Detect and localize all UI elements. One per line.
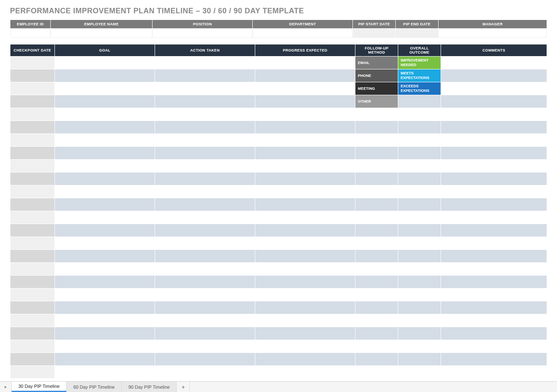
table-cell[interactable] [55,95,155,108]
table-cell[interactable] [398,198,441,211]
table-cell[interactable] [10,95,54,108]
table-cell[interactable] [10,288,54,301]
table-cell[interactable] [155,173,255,185]
table-cell[interactable] [441,327,547,340]
table-cell[interactable] [155,237,255,249]
table-cell[interactable] [255,121,355,133]
table-cell[interactable] [355,353,398,365]
table-cell[interactable] [10,211,54,224]
table-cell[interactable] [10,250,54,262]
table-cell[interactable] [255,263,355,275]
table-cell[interactable] [398,211,441,224]
table-cell[interactable] [10,263,54,275]
add-sheet-button[interactable]: + [177,382,190,392]
table-cell[interactable] [10,147,54,159]
cell-position[interactable] [153,29,252,38]
table-cell[interactable] [355,211,398,224]
followup-option-email[interactable]: EMAIL [355,57,398,69]
table-cell[interactable] [55,173,155,185]
table-cell[interactable] [441,134,547,146]
table-cell[interactable] [55,301,155,314]
table-cell[interactable] [55,237,155,249]
table-cell[interactable] [441,353,547,365]
outcome-option-meets[interactable]: MEETS EXPECTATIONS [398,69,441,82]
table-cell[interactable] [55,276,155,288]
table-cell[interactable] [255,198,355,211]
table-cell[interactable] [355,250,398,262]
table-cell[interactable] [441,69,547,82]
table-cell[interactable] [398,288,441,301]
table-cell[interactable] [355,173,398,185]
tab-nav-prev[interactable]: ▸ [0,382,12,392]
table-cell[interactable] [355,198,398,211]
table-cell[interactable] [255,69,355,82]
tab-30-day[interactable]: 30 Day PIP Timeline [12,382,67,392]
table-cell[interactable] [10,276,54,288]
table-cell[interactable] [255,327,355,340]
table-cell[interactable] [155,160,255,172]
table-cell[interactable] [255,276,355,288]
table-cell[interactable] [398,160,441,172]
table-cell[interactable] [55,160,155,172]
table-cell[interactable] [441,366,547,378]
table-cell[interactable] [355,288,398,301]
table-cell[interactable] [55,57,155,69]
table-cell[interactable] [10,134,54,146]
table-cell[interactable] [155,366,255,378]
table-cell[interactable] [255,366,355,378]
table-cell[interactable] [255,82,355,95]
table-cell[interactable] [355,340,398,353]
table-cell[interactable] [398,173,441,185]
table-cell[interactable] [55,327,155,340]
table-cell[interactable] [398,250,441,262]
table-cell[interactable] [441,121,547,133]
table-cell[interactable] [255,134,355,146]
table-cell[interactable] [155,250,255,262]
table-cell[interactable] [155,198,255,211]
table-cell[interactable] [355,134,398,146]
table-cell[interactable] [255,95,355,108]
table-cell[interactable] [155,276,255,288]
table-cell[interactable] [155,211,255,224]
table-cell[interactable] [10,198,54,211]
table-cell[interactable] [255,147,355,159]
table-cell[interactable] [398,314,441,327]
table-cell[interactable] [155,82,255,95]
cell-employee-id[interactable] [10,29,50,38]
table-cell[interactable] [441,237,547,249]
tab-90-day[interactable]: 90 Day PIP Timeline [122,382,177,392]
table-cell[interactable] [441,82,547,95]
table-cell[interactable] [10,366,54,378]
table-cell[interactable] [441,160,547,172]
table-cell[interactable] [398,185,441,198]
table-cell[interactable] [355,224,398,237]
outcome-option-exceeds[interactable]: EXCEEDS EXPECTATIONS [398,82,441,95]
table-cell[interactable] [10,173,54,185]
table-cell[interactable] [441,288,547,301]
table-cell[interactable] [10,82,54,95]
table-cell[interactable] [155,185,255,198]
table-cell[interactable] [10,353,54,365]
table-cell[interactable] [355,327,398,340]
table-cell[interactable] [10,57,54,69]
table-cell[interactable] [398,121,441,133]
table-cell[interactable] [155,314,255,327]
cell-pip-end[interactable] [396,29,438,38]
table-cell[interactable] [55,198,155,211]
table-cell[interactable] [155,353,255,365]
table-cell[interactable] [155,301,255,314]
table-cell[interactable] [255,108,355,121]
table-cell[interactable] [441,211,547,224]
table-cell[interactable] [10,185,54,198]
table-cell[interactable] [55,185,155,198]
table-cell[interactable] [398,263,441,275]
table-cell[interactable] [398,366,441,378]
table-cell[interactable] [55,108,155,121]
table-cell[interactable] [55,314,155,327]
table-cell[interactable] [255,160,355,172]
tab-60-day[interactable]: 60 Day PIP Timeline [67,382,121,392]
table-cell[interactable] [355,108,398,121]
table-cell[interactable] [398,147,441,159]
table-cell[interactable] [55,82,155,95]
table-cell[interactable] [155,57,255,69]
